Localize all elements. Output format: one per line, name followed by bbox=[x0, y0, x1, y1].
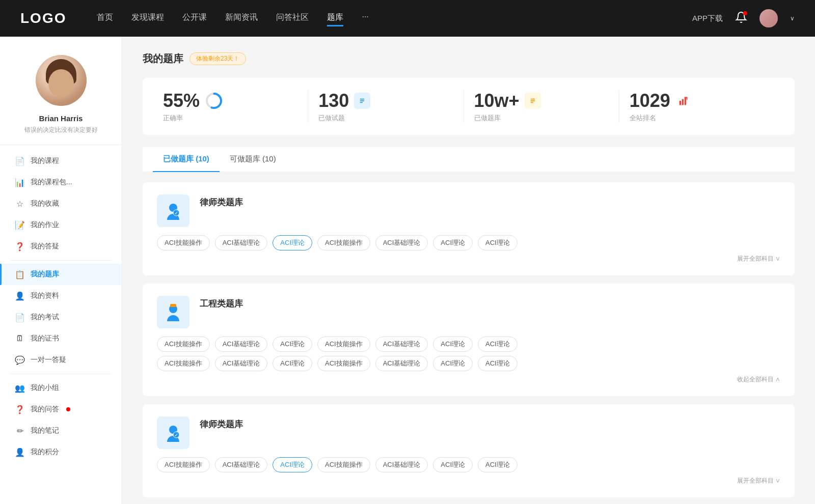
tag-2-4[interactable]: ACI基础理论 bbox=[375, 457, 428, 472]
sidebar-label-11: 我的问答 bbox=[31, 405, 59, 414]
sidebar-icon-2: ☆ bbox=[15, 199, 24, 208]
sidebar-icon-9: 💬 bbox=[15, 355, 24, 365]
qbank-card-2: ✓ 律师类题库 ACI技能操作ACI基础理论ACI理论ACI技能操作ACI基础理… bbox=[143, 404, 795, 497]
nav-item-3[interactable]: 新闻资讯 bbox=[225, 10, 258, 26]
nav-item-0[interactable]: 首页 bbox=[97, 10, 113, 26]
qbank-header-0: ✓ 律师类题库 bbox=[157, 194, 780, 227]
tag-1-0[interactable]: ACI技能操作 bbox=[157, 337, 210, 352]
sidebar-label-13: 我的积分 bbox=[31, 447, 59, 457]
stat-value-0: 55% 正确率 bbox=[163, 90, 223, 123]
sidebar-item-5[interactable]: 📋我的题库 bbox=[0, 264, 122, 285]
user-menu-chevron[interactable]: ∨ bbox=[790, 15, 795, 22]
sidebar: Brian Harris 错误的决定比没有决定要好 📄我的课程📊我的课程包...… bbox=[0, 37, 122, 504]
nav-item-6[interactable]: ··· bbox=[362, 10, 368, 26]
sidebar-item-13[interactable]: 👤我的积分 bbox=[0, 441, 122, 463]
sidebar-icon-8: 🗓 bbox=[15, 334, 24, 343]
sidebar-icon-7: 📄 bbox=[15, 313, 24, 322]
stat-label-1: 已做试题 bbox=[318, 114, 370, 123]
qbank-icon-2: ✓ bbox=[157, 416, 189, 449]
sidebar-icon-13: 👤 bbox=[15, 447, 24, 457]
tag-1-5[interactable]: ACI理论 bbox=[433, 337, 473, 352]
sidebar-label-5: 我的题库 bbox=[31, 270, 59, 279]
nav-item-1[interactable]: 发现课程 bbox=[131, 10, 164, 26]
nav-item-5[interactable]: 题库 bbox=[327, 10, 343, 26]
tab-item-0[interactable]: 已做题库 (10) bbox=[153, 147, 220, 172]
tag-0-5[interactable]: ACI理论 bbox=[433, 235, 473, 250]
sidebar-item-1[interactable]: 📊我的课程包... bbox=[0, 172, 122, 193]
sidebar-icon-6: 👤 bbox=[15, 291, 24, 300]
tag-extra-1-2[interactable]: ACI理论 bbox=[273, 356, 312, 371]
tag-1-1[interactable]: ACI基础理论 bbox=[215, 337, 268, 352]
nav-item-4[interactable]: 问答社区 bbox=[276, 10, 309, 26]
tag-1-6[interactable]: ACI理论 bbox=[478, 337, 518, 352]
user-avatar-large bbox=[36, 55, 87, 106]
nav-item-2[interactable]: 公开课 bbox=[182, 10, 207, 26]
donut-chart bbox=[205, 92, 223, 110]
tag-extra-1-0[interactable]: ACI技能操作 bbox=[157, 356, 210, 371]
svg-rect-17 bbox=[170, 304, 176, 307]
sidebar-item-10[interactable]: 👥我的小组 bbox=[0, 377, 122, 399]
tag-1-3[interactable]: ACI技能操作 bbox=[317, 337, 370, 352]
sidebar-item-7[interactable]: 📄我的考试 bbox=[0, 306, 122, 328]
tag-2-5[interactable]: ACI理论 bbox=[433, 457, 473, 472]
qbank-list: ✓ 律师类题库 ACI技能操作ACI基础理论ACI理论ACI技能操作ACI基础理… bbox=[143, 182, 795, 497]
page-header: 我的题库 体验剩余23天！ bbox=[143, 52, 795, 66]
sidebar-divider bbox=[10, 260, 112, 261]
sidebar-label-7: 我的考试 bbox=[31, 313, 59, 322]
tag-1-2[interactable]: ACI理论 bbox=[273, 337, 312, 352]
tag-0-4[interactable]: ACI基础理论 bbox=[375, 235, 428, 250]
qbank-card-0: ✓ 律师类题库 ACI技能操作ACI基础理论ACI理论ACI技能操作ACI基础理… bbox=[143, 182, 795, 275]
tag-extra-1-6[interactable]: ACI理论 bbox=[478, 356, 518, 371]
sidebar-item-4[interactable]: ❓我的答疑 bbox=[0, 236, 122, 257]
tag-extra-1-3[interactable]: ACI技能操作 bbox=[317, 356, 370, 371]
sidebar-item-9[interactable]: 💬一对一答疑 bbox=[0, 349, 122, 371]
sidebar-item-0[interactable]: 📄我的课程 bbox=[0, 150, 122, 172]
main-content: 我的题库 体验剩余23天！ 55% 正确率 130 已做试题 bbox=[122, 37, 815, 504]
sidebar-item-12[interactable]: ✏我的笔记 bbox=[0, 420, 122, 441]
page-title: 我的题库 bbox=[143, 52, 183, 66]
tag-extra-1-5[interactable]: ACI理论 bbox=[433, 356, 473, 371]
expand-link-1[interactable]: 收起全部科目 ∧ bbox=[157, 375, 780, 384]
notification-bell[interactable] bbox=[735, 11, 747, 25]
sidebar-item-3[interactable]: 📝我的作业 bbox=[0, 214, 122, 236]
nav-menu: 首页发现课程公开课新闻资讯问答社区题库··· bbox=[97, 10, 692, 26]
svg-rect-12 bbox=[685, 97, 686, 105]
sidebar-item-2[interactable]: ☆我的收藏 bbox=[0, 193, 122, 214]
tag-2-2[interactable]: ACI理论 bbox=[273, 457, 312, 472]
sidebar-icon-12: ✏ bbox=[15, 426, 24, 435]
tag-2-1[interactable]: ACI基础理论 bbox=[215, 457, 268, 472]
stat-label-3: 全站排名 bbox=[630, 114, 692, 123]
sidebar-label-8: 我的证书 bbox=[31, 334, 59, 343]
tag-extra-1-1[interactable]: ACI基础理论 bbox=[215, 356, 268, 371]
tag-0-2[interactable]: ACI理论 bbox=[273, 235, 312, 250]
qbank-info-1: 工程类题库 bbox=[200, 296, 243, 310]
svg-text:✓: ✓ bbox=[174, 432, 178, 438]
tag-2-6[interactable]: ACI理论 bbox=[478, 457, 518, 472]
sidebar-item-6[interactable]: 👤我的资料 bbox=[0, 285, 122, 306]
tab-item-1[interactable]: 可做题库 (10) bbox=[220, 147, 286, 172]
tag-0-0[interactable]: ACI技能操作 bbox=[157, 235, 210, 250]
sidebar-label-1: 我的课程包... bbox=[31, 178, 72, 187]
tag-2-0[interactable]: ACI技能操作 bbox=[157, 457, 210, 472]
stat-number-3: 1029 bbox=[630, 90, 670, 111]
navbar-right: APP下载 ∨ bbox=[692, 9, 795, 27]
tag-2-3[interactable]: ACI技能操作 bbox=[317, 457, 370, 472]
sidebar-icon-5: 📋 bbox=[15, 270, 24, 279]
expand-link-2[interactable]: 展开全部科目 ∨ bbox=[157, 477, 780, 485]
stat-icon-red bbox=[675, 93, 692, 109]
tag-0-6[interactable]: ACI理论 bbox=[478, 235, 518, 250]
qbank-header-2: ✓ 律师类题库 bbox=[157, 416, 780, 449]
sidebar-item-8[interactable]: 🗓我的证书 bbox=[0, 328, 122, 349]
tag-extra-1-4[interactable]: ACI基础理论 bbox=[375, 356, 428, 371]
tab-bar: 已做题库 (10)可做题库 (10) bbox=[143, 147, 795, 172]
tag-1-4[interactable]: ACI基础理论 bbox=[375, 337, 428, 352]
tag-0-3[interactable]: ACI技能操作 bbox=[317, 235, 370, 250]
logo[interactable]: LOGO bbox=[20, 10, 66, 26]
tag-0-1[interactable]: ACI基础理论 bbox=[215, 235, 268, 250]
app-download-link[interactable]: APP下载 bbox=[692, 14, 723, 23]
sidebar-item-11[interactable]: ❓我的问答 bbox=[0, 399, 122, 420]
user-avatar[interactable] bbox=[759, 9, 778, 27]
expand-link-0[interactable]: 展开全部科目 ∨ bbox=[157, 255, 780, 263]
sidebar-label-9: 一对一答疑 bbox=[31, 355, 66, 365]
sidebar-icon-11: ❓ bbox=[15, 405, 24, 414]
